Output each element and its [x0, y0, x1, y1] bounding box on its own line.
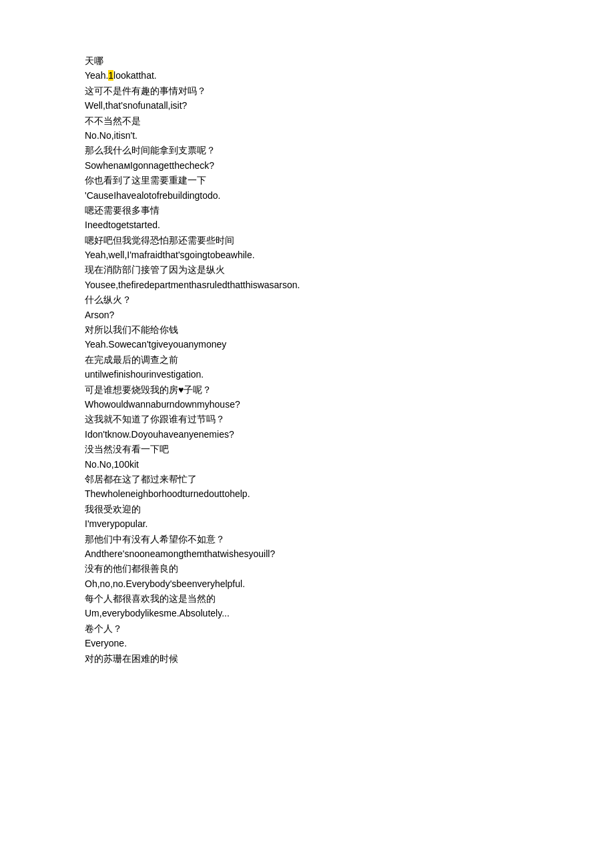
line-text: 邻居都在这了都过来帮忙了: [85, 474, 197, 484]
transcript-line: Everyone.: [85, 636, 529, 650]
transcript-line: 每个人都很喜欢我的这是当然的: [85, 591, 529, 606]
transcript-line: Yeah.Sowecan'tgiveyouanymoney: [85, 337, 529, 352]
line-text: Andthere'snooneamongthemthatwishesyouill…: [85, 548, 275, 559]
line-text: 不不当然不是: [85, 115, 141, 126]
line-text: untilwefinishourinvestigation.: [85, 369, 204, 380]
transcript-line: I'mverypopular.: [85, 516, 529, 531]
transcript-line: 我很受欢迎的: [85, 502, 529, 516]
line-text: 嗯好吧但我觉得恐怕那还需要些时间: [85, 235, 234, 246]
transcript-line: Yeah,well,I'mafraidthat'sgoingtobeawhile…: [85, 248, 529, 262]
transcript-line: 这我就不知道了你跟谁有过节吗？: [85, 412, 529, 426]
line-text: SowhenамIgonnagetthecheck?: [85, 160, 214, 171]
line-text: Oh,no,no.Everybody'sbeenveryhelpful.: [85, 578, 245, 589]
line-text: Everyone.: [85, 638, 127, 648]
line-text: 每个人都很喜欢我的这是当然的: [85, 593, 216, 604]
transcript-line: untilwefinishourinvestigation.: [85, 367, 529, 382]
transcript-content: 天哪Yeah.1lookatthat.这可不是件有趣的事情对吗？Well,tha…: [85, 53, 529, 666]
transcript-line: 没当然没有看一下吧: [85, 442, 529, 456]
line-text: 对的苏珊在困难的时候: [85, 653, 178, 664]
transcript-line: 没有的他们都很善良的: [85, 561, 529, 576]
transcript-line: 可是谁想要烧毁我的房♥子呢？: [85, 382, 529, 397]
transcript-line: Yeah.1lookatthat.: [85, 68, 529, 83]
transcript-line: 天哪: [85, 53, 529, 68]
line-text: 可是谁想要烧毁我的房♥子呢？: [85, 384, 212, 395]
transcript-line: Andthere'snooneamongthemthatwishesyouill…: [85, 546, 529, 561]
line-text: No.No,itisn't.: [85, 130, 137, 141]
line-text: 对所以我们不能给你钱: [85, 324, 178, 335]
line-text: 我很受欢迎的: [85, 504, 141, 514]
transcript-line: Well,that'snofunatall,isit?: [85, 98, 529, 113]
line-text: No.No,100kit: [85, 459, 139, 470]
transcript-line: 邻居都在这了都过来帮忙了: [85, 472, 529, 486]
transcript-line: 你也看到了这里需要重建一下: [85, 173, 529, 187]
transcript-line: Oh,no,no.Everybody'sbeenveryhelpful.: [85, 576, 529, 591]
line-text: 那他们中有没有人希望你不如意？: [85, 534, 225, 544]
transcript-line: 那他们中有没有人希望你不如意？: [85, 532, 529, 546]
transcript-line: Ineedtogetstarted.: [85, 218, 529, 232]
transcript-line: 不不当然不是: [85, 113, 529, 128]
line-text: Um,everybodylikesme.Absolutely...: [85, 608, 230, 618]
transcript-line: No.No,100kit: [85, 457, 529, 472]
transcript-line: 现在消防部门接管了因为这是纵火: [85, 262, 529, 277]
transcript-line: Thewholeneighborhoodturnedouttohelp.: [85, 486, 529, 501]
transcript-line: 'CauseIhavealotofrebuildingtodo.: [85, 188, 529, 203]
transcript-line: Idon'tknow.Doyouhaveanyenemies?: [85, 427, 529, 442]
transcript-line: Arson?: [85, 308, 529, 322]
line-text: Yousee,thefiredepartmenthasruledthatthis…: [85, 280, 300, 290]
line-text: 天哪: [85, 55, 103, 66]
line-text: 没当然没有看一下吧: [85, 444, 169, 454]
transcript-line: 在完成最后的调查之前: [85, 352, 529, 367]
transcript-line: 这可不是件有趣的事情对吗？: [85, 83, 529, 98]
line-text: 这可不是件有趣的事情对吗？: [85, 85, 206, 96]
line-text: 卷个人？: [85, 623, 122, 634]
line-text: Whowouldwannaburndownmyhouse?: [85, 399, 240, 410]
line-text: 这我就不知道了你跟谁有过节吗？: [85, 414, 225, 424]
line-text: 在完成最后的调查之前: [85, 354, 178, 365]
transcript-line: 卷个人？: [85, 621, 529, 636]
line-text: 现在消防部门接管了因为这是纵火: [85, 264, 225, 275]
transcript-line: SowhenамIgonnagetthecheck?: [85, 158, 529, 173]
line-text-after-highlight: lookatthat.: [113, 70, 157, 81]
line-text-before-highlight: Yeah.: [85, 70, 108, 81]
line-text: Thewholeneighborhoodturnedouttohelp.: [85, 488, 250, 499]
line-text: 那么我什么时间能拿到支票呢？: [85, 145, 216, 155]
transcript-line: 嗯还需要很多事情: [85, 203, 529, 218]
transcript-line: Yousee,thefiredepartmenthasruledthatthis…: [85, 278, 529, 292]
line-text: Yeah,well,I'mafraidthat'sgoingtobeawhile…: [85, 250, 255, 260]
transcript-line: 嗯好吧但我觉得恐怕那还需要些时间: [85, 233, 529, 248]
line-text: I'mverypopular.: [85, 518, 148, 529]
line-text: 你也看到了这里需要重建一下: [85, 175, 206, 185]
transcript-line: 对所以我们不能给你钱: [85, 322, 529, 337]
line-text: Idon'tknow.Doyouhaveanyenemies?: [85, 429, 234, 440]
line-text: Arson?: [85, 310, 114, 320]
line-text: 'CauseIhavealotofrebuildingtodo.: [85, 190, 221, 201]
transcript-line: No.No,itisn't.: [85, 128, 529, 143]
line-text: 嗯还需要很多事情: [85, 205, 160, 215]
highlighted-char: 1: [108, 70, 113, 81]
transcript-line: 对的苏珊在困难的时候: [85, 651, 529, 666]
line-text: 没有的他们都很善良的: [85, 563, 178, 574]
line-text: Well,that'snofunatall,isit?: [85, 100, 187, 111]
transcript-line: 那么我什么时间能拿到支票呢？: [85, 143, 529, 157]
line-text: Yeah.Sowecan'tgiveyouanymoney: [85, 339, 226, 350]
transcript-line: Um,everybodylikesme.Absolutely...: [85, 606, 529, 620]
transcript-line: 什么纵火？: [85, 292, 529, 307]
line-text: Ineedtogetstarted.: [85, 220, 160, 230]
line-text: 什么纵火？: [85, 294, 131, 305]
transcript-line: Whowouldwannaburndownmyhouse?: [85, 397, 529, 412]
